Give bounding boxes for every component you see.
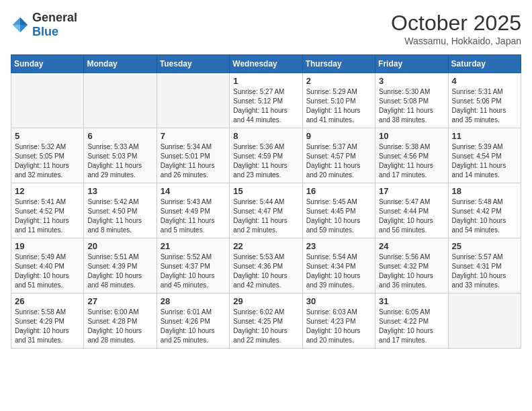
day-number: 19	[15, 241, 80, 251]
day-header-tuesday: Tuesday	[157, 55, 229, 73]
day-header-monday: Monday	[84, 55, 157, 73]
day-info: Sunrise: 5:42 AM Sunset: 4:50 PM Dayligh…	[87, 197, 152, 235]
calendar-cell: 4Sunrise: 5:31 AM Sunset: 5:06 PM Daylig…	[448, 73, 521, 128]
day-info: Sunrise: 6:05 AM Sunset: 4:22 PM Dayligh…	[379, 308, 444, 345]
calendar-cell: 3Sunrise: 5:30 AM Sunset: 5:08 PM Daylig…	[375, 73, 448, 128]
day-number: 4	[452, 76, 517, 86]
calendar-cell: 16Sunrise: 5:45 AM Sunset: 4:45 PM Dayli…	[302, 183, 375, 238]
day-number: 29	[233, 296, 298, 306]
calendar-cell	[84, 73, 157, 128]
logo-general: General	[32, 11, 77, 24]
day-number: 10	[379, 131, 444, 141]
day-number: 2	[306, 76, 371, 86]
month-title: October 2025	[391, 11, 521, 36]
day-number: 8	[233, 131, 298, 141]
day-number: 20	[87, 241, 152, 251]
logo-blue: Blue	[32, 25, 58, 38]
day-number: 11	[452, 131, 517, 141]
calendar-cell: 9Sunrise: 5:37 AM Sunset: 4:57 PM Daylig…	[302, 128, 375, 183]
day-info: Sunrise: 5:37 AM Sunset: 4:57 PM Dayligh…	[306, 142, 371, 180]
calendar-cell: 23Sunrise: 5:54 AM Sunset: 4:34 PM Dayli…	[302, 238, 375, 293]
calendar-cell	[11, 73, 84, 128]
day-info: Sunrise: 5:36 AM Sunset: 4:59 PM Dayligh…	[233, 142, 298, 180]
logo-icon	[11, 15, 30, 34]
day-info: Sunrise: 6:03 AM Sunset: 4:23 PM Dayligh…	[306, 308, 371, 345]
day-number: 5	[15, 131, 80, 141]
svg-marker-2	[13, 25, 20, 32]
day-info: Sunrise: 5:39 AM Sunset: 4:54 PM Dayligh…	[452, 142, 517, 180]
day-info: Sunrise: 5:33 AM Sunset: 5:03 PM Dayligh…	[87, 142, 152, 180]
day-header-thursday: Thursday	[302, 55, 375, 73]
day-info: Sunrise: 5:45 AM Sunset: 4:45 PM Dayligh…	[306, 197, 371, 235]
day-info: Sunrise: 5:47 AM Sunset: 4:44 PM Dayligh…	[379, 197, 444, 235]
day-info: Sunrise: 5:38 AM Sunset: 4:56 PM Dayligh…	[379, 142, 444, 180]
calendar-cell: 24Sunrise: 5:56 AM Sunset: 4:32 PM Dayli…	[375, 238, 448, 293]
day-number: 15	[233, 186, 298, 196]
day-info: Sunrise: 5:51 AM Sunset: 4:39 PM Dayligh…	[87, 253, 152, 290]
calendar-cell: 14Sunrise: 5:43 AM Sunset: 4:49 PM Dayli…	[157, 183, 229, 238]
day-number: 28	[161, 296, 226, 306]
day-header-sunday: Sunday	[11, 55, 84, 73]
week-row-5: 26Sunrise: 5:58 AM Sunset: 4:29 PM Dayli…	[11, 293, 521, 349]
day-number: 16	[306, 186, 371, 196]
week-row-3: 12Sunrise: 5:41 AM Sunset: 4:52 PM Dayli…	[11, 183, 521, 238]
calendar-cell: 25Sunrise: 5:57 AM Sunset: 4:31 PM Dayli…	[448, 238, 521, 293]
week-row-4: 19Sunrise: 5:49 AM Sunset: 4:40 PM Dayli…	[11, 238, 521, 293]
calendar-cell: 1Sunrise: 5:27 AM Sunset: 5:12 PM Daylig…	[230, 73, 302, 128]
day-number: 30	[306, 296, 371, 306]
calendar-cell: 19Sunrise: 5:49 AM Sunset: 4:40 PM Dayli…	[11, 238, 84, 293]
day-number: 3	[379, 76, 444, 86]
day-info: Sunrise: 5:31 AM Sunset: 5:06 PM Dayligh…	[452, 87, 517, 125]
calendar-cell: 15Sunrise: 5:44 AM Sunset: 4:47 PM Dayli…	[230, 183, 302, 238]
svg-marker-3	[20, 25, 28, 32]
day-number: 31	[379, 296, 444, 306]
calendar-cell: 27Sunrise: 6:00 AM Sunset: 4:28 PM Dayli…	[84, 293, 157, 349]
day-info: Sunrise: 5:56 AM Sunset: 4:32 PM Dayligh…	[379, 253, 444, 290]
day-info: Sunrise: 5:32 AM Sunset: 5:05 PM Dayligh…	[15, 142, 80, 180]
day-number: 21	[161, 241, 226, 251]
calendar-cell: 22Sunrise: 5:53 AM Sunset: 4:36 PM Dayli…	[230, 238, 302, 293]
day-number: 18	[452, 186, 517, 196]
title-area: October 2025 Wassamu, Hokkaido, Japan	[391, 11, 521, 46]
day-number: 14	[161, 186, 226, 196]
day-info: Sunrise: 5:48 AM Sunset: 4:42 PM Dayligh…	[452, 197, 517, 235]
day-info: Sunrise: 5:52 AM Sunset: 4:37 PM Dayligh…	[161, 253, 226, 290]
week-row-2: 5Sunrise: 5:32 AM Sunset: 5:05 PM Daylig…	[11, 128, 521, 183]
day-number: 1	[233, 76, 298, 86]
day-info: Sunrise: 5:43 AM Sunset: 4:49 PM Dayligh…	[161, 197, 226, 235]
calendar-cell: 20Sunrise: 5:51 AM Sunset: 4:39 PM Dayli…	[84, 238, 157, 293]
day-info: Sunrise: 5:30 AM Sunset: 5:08 PM Dayligh…	[379, 87, 444, 125]
calendar: SundayMondayTuesdayWednesdayThursdayFrid…	[11, 54, 521, 349]
day-info: Sunrise: 5:53 AM Sunset: 4:36 PM Dayligh…	[233, 253, 298, 290]
day-info: Sunrise: 6:01 AM Sunset: 4:26 PM Dayligh…	[161, 308, 226, 345]
calendar-cell: 12Sunrise: 5:41 AM Sunset: 4:52 PM Dayli…	[11, 183, 84, 238]
day-number: 9	[306, 131, 371, 141]
calendar-cell: 8Sunrise: 5:36 AM Sunset: 4:59 PM Daylig…	[230, 128, 302, 183]
day-number: 26	[15, 296, 80, 306]
day-info: Sunrise: 5:41 AM Sunset: 4:52 PM Dayligh…	[15, 197, 80, 235]
calendar-cell: 18Sunrise: 5:48 AM Sunset: 4:42 PM Dayli…	[448, 183, 521, 238]
day-number: 25	[452, 241, 517, 251]
day-header-friday: Friday	[375, 55, 448, 73]
day-info: Sunrise: 5:34 AM Sunset: 5:01 PM Dayligh…	[161, 142, 226, 180]
day-info: Sunrise: 5:49 AM Sunset: 4:40 PM Dayligh…	[15, 253, 80, 290]
day-number: 6	[87, 131, 152, 141]
week-row-1: 1Sunrise: 5:27 AM Sunset: 5:12 PM Daylig…	[11, 73, 521, 128]
calendar-cell: 5Sunrise: 5:32 AM Sunset: 5:05 PM Daylig…	[11, 128, 84, 183]
day-number: 12	[15, 186, 80, 196]
day-header-saturday: Saturday	[448, 55, 521, 73]
day-info: Sunrise: 5:44 AM Sunset: 4:47 PM Dayligh…	[233, 197, 298, 235]
logo-text: General Blue	[32, 11, 77, 39]
day-info: Sunrise: 5:54 AM Sunset: 4:34 PM Dayligh…	[306, 253, 371, 290]
calendar-cell: 21Sunrise: 5:52 AM Sunset: 4:37 PM Dayli…	[157, 238, 229, 293]
svg-marker-0	[20, 17, 28, 25]
day-info: Sunrise: 5:29 AM Sunset: 5:10 PM Dayligh…	[306, 87, 371, 125]
day-header-row: SundayMondayTuesdayWednesdayThursdayFrid…	[11, 55, 521, 73]
day-number: 17	[379, 186, 444, 196]
calendar-cell: 6Sunrise: 5:33 AM Sunset: 5:03 PM Daylig…	[84, 128, 157, 183]
calendar-cell: 26Sunrise: 5:58 AM Sunset: 4:29 PM Dayli…	[11, 293, 84, 349]
svg-marker-1	[13, 17, 20, 25]
calendar-cell	[448, 293, 521, 349]
calendar-cell: 2Sunrise: 5:29 AM Sunset: 5:10 PM Daylig…	[302, 73, 375, 128]
day-info: Sunrise: 5:58 AM Sunset: 4:29 PM Dayligh…	[15, 308, 80, 345]
